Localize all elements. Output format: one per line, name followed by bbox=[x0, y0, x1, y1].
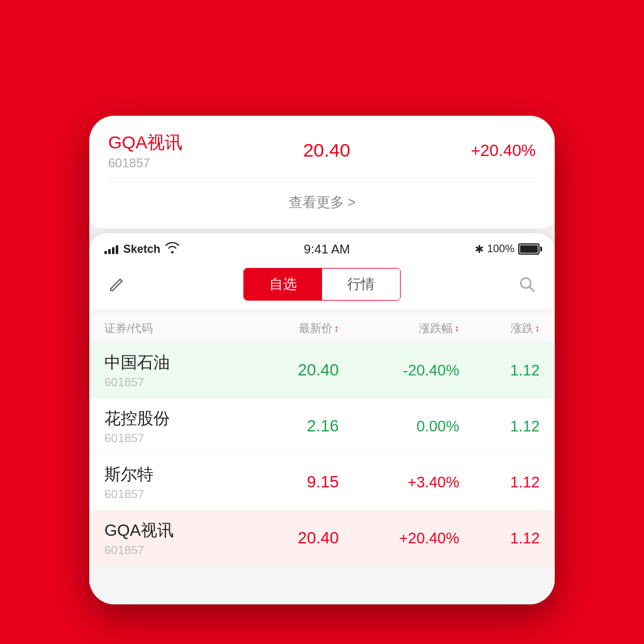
th-name: 证券/代码 bbox=[104, 321, 238, 336]
stock-code: 601857 bbox=[104, 543, 238, 557]
see-more-button[interactable]: 查看更多 > bbox=[108, 181, 536, 216]
toolbar: 自选 行情 bbox=[89, 262, 555, 309]
table-row[interactable]: 花控股份 601857 2.16 0.00% 1.12 bbox=[89, 399, 555, 455]
table-row[interactable]: GQA视讯 601857 20.40 +20.40% 1.12 bbox=[89, 511, 555, 567]
stock-code: 601857 bbox=[104, 487, 238, 501]
peek-stock-name: GQA视讯 bbox=[108, 131, 182, 155]
bluetooth-icon: ✱ bbox=[475, 243, 484, 256]
tab-watchlist[interactable]: 自选 bbox=[244, 269, 322, 300]
sort-pct-icon: ↕ bbox=[455, 323, 459, 333]
peek-stock-change: +20.40% bbox=[471, 141, 536, 160]
table-header: 证券/代码 最新价 ↕ 涨跌幅 ↕ 涨跌 ↕ bbox=[89, 314, 555, 343]
tab-market[interactable]: 行情 bbox=[322, 269, 400, 300]
stock-change-pct: +3.40% bbox=[339, 474, 460, 491]
peek-stock-row: GQA视讯 601857 20.40 +20.40% bbox=[108, 123, 536, 178]
stock-change-pct: +20.40% bbox=[339, 530, 460, 547]
status-time: 9:41 AM bbox=[304, 242, 350, 257]
stock-change-pct: -20.40% bbox=[339, 362, 460, 379]
sort-val-icon: ↕ bbox=[535, 323, 540, 333]
top-peek-card: GQA视讯 601857 20.40 +20.40% 查看更多 > bbox=[89, 116, 555, 228]
edit-button[interactable] bbox=[104, 272, 130, 297]
stock-change-val: 1.12 bbox=[459, 418, 540, 435]
stock-info: 中国石油 601857 bbox=[104, 352, 238, 389]
stock-name: GQA视讯 bbox=[104, 519, 238, 541]
status-right: ✱ 100% bbox=[475, 243, 540, 256]
battery-percent: 100% bbox=[487, 243, 514, 255]
sort-price-icon: ↕ bbox=[335, 323, 339, 333]
status-bar: Sketch 9:41 AM ✱ 100% bbox=[89, 233, 555, 262]
stock-list: 中国石油 601857 20.40 -20.40% 1.12 花控股份 6018… bbox=[89, 343, 555, 567]
search-button[interactable] bbox=[514, 272, 540, 297]
battery-icon bbox=[518, 243, 540, 255]
stock-price: 9.15 bbox=[238, 472, 339, 492]
wifi-icon bbox=[165, 242, 179, 257]
table-row[interactable]: 斯尔特 601857 9.15 +3.40% 1.12 bbox=[89, 455, 555, 511]
table-row[interactable]: 中国石油 601857 20.40 -20.40% 1.12 bbox=[89, 343, 555, 399]
stock-name: 中国石油 bbox=[104, 352, 238, 374]
th-change-val[interactable]: 涨跌 ↕ bbox=[459, 321, 540, 336]
main-screen-card: Sketch 9:41 AM ✱ 100% bbox=[89, 233, 555, 604]
stock-name: 花控股份 bbox=[104, 408, 238, 430]
stock-code: 601857 bbox=[104, 431, 238, 445]
stock-change-val: 1.12 bbox=[459, 474, 540, 491]
tab-switcher: 自选 行情 bbox=[243, 268, 401, 301]
stock-price: 20.40 bbox=[238, 360, 339, 380]
stock-price: 2.16 bbox=[238, 416, 339, 436]
peek-stock-info: GQA视讯 601857 bbox=[108, 131, 182, 170]
bottom-area bbox=[89, 567, 555, 604]
th-price[interactable]: 最新价 ↕ bbox=[238, 321, 339, 336]
stock-info: 斯尔特 601857 bbox=[104, 464, 238, 501]
carrier-label: Sketch bbox=[123, 243, 160, 256]
stock-price: 20.40 bbox=[238, 528, 339, 548]
stock-code: 601857 bbox=[104, 375, 238, 389]
stock-name: 斯尔特 bbox=[104, 464, 238, 486]
signal-icon bbox=[104, 244, 118, 254]
th-change-pct[interactable]: 涨跌幅 ↕ bbox=[339, 321, 460, 336]
peek-stock-code: 601857 bbox=[108, 156, 182, 170]
status-left: Sketch bbox=[104, 242, 179, 257]
stock-info: 花控股份 601857 bbox=[104, 408, 238, 445]
stock-change-val: 1.12 bbox=[459, 530, 540, 547]
section-divider bbox=[89, 309, 555, 314]
phone-container: GQA视讯 601857 20.40 +20.40% 查看更多 > Sketch bbox=[89, 116, 555, 604]
stock-change-pct: 0.00% bbox=[339, 418, 460, 435]
peek-divider bbox=[108, 178, 536, 179]
stock-info: GQA视讯 601857 bbox=[104, 519, 238, 557]
stock-change-val: 1.12 bbox=[459, 362, 540, 379]
peek-stock-price: 20.40 bbox=[303, 140, 350, 161]
